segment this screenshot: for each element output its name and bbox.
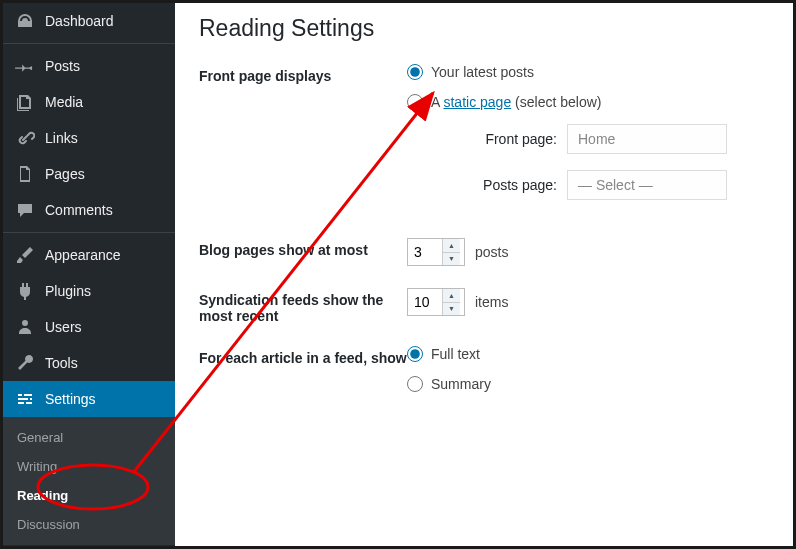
sidebar-label: Links: [45, 130, 78, 146]
radio-static-page[interactable]: A static page (select below): [407, 94, 769, 110]
sidebar-item-posts[interactable]: Posts: [3, 43, 175, 84]
page-title: Reading Settings: [199, 15, 769, 42]
radio-summary[interactable]: Summary: [407, 376, 769, 392]
front-page-select-row: Front page: Home: [467, 124, 769, 154]
sidebar-item-comments[interactable]: Comments: [3, 192, 175, 228]
syndication-label: Syndication feeds show the most recent: [199, 288, 407, 324]
blog-pages-input[interactable]: [408, 240, 442, 264]
sidebar-item-links[interactable]: Links: [3, 120, 175, 156]
sidebar-item-appearance[interactable]: Appearance: [3, 232, 175, 273]
spinner-down-icon[interactable]: ▼: [443, 253, 460, 266]
link-icon: [15, 128, 35, 148]
syndication-control: ▲ ▼ items: [407, 288, 769, 316]
sidebar-label: Pages: [45, 166, 85, 182]
static-page-link[interactable]: static page: [443, 94, 511, 110]
feed-article-options: Full text Summary: [407, 346, 769, 406]
radio-full-text-label: Full text: [431, 346, 480, 362]
submenu-item-writing[interactable]: Writing: [3, 452, 175, 481]
submenu-item-general[interactable]: General: [3, 423, 175, 452]
settings-submenu: General Writing Reading Discussion: [3, 417, 175, 545]
posts-page-select-row: Posts page: — Select —: [467, 170, 769, 200]
admin-frame: Dashboard Posts Media Links Pages Commen…: [0, 0, 796, 549]
posts-page-select-label: Posts page:: [467, 177, 557, 193]
admin-sidebar: Dashboard Posts Media Links Pages Commen…: [3, 3, 175, 546]
spinner-down-icon[interactable]: ▼: [443, 303, 460, 316]
blog-pages-control: ▲ ▼ posts: [407, 238, 769, 266]
front-page-select-value: Home: [578, 131, 615, 147]
sidebar-label: Users: [45, 319, 82, 335]
spinner-up-icon[interactable]: ▲: [443, 239, 460, 253]
comment-icon: [15, 200, 35, 220]
blog-pages-spinner: ▲ ▼: [442, 239, 460, 265]
sidebar-item-tools[interactable]: Tools: [3, 345, 175, 381]
settings-content: Reading Settings Front page displays You…: [175, 3, 793, 546]
radio-latest-posts-label: Your latest posts: [431, 64, 534, 80]
radio-summary-label: Summary: [431, 376, 491, 392]
sidebar-label: Media: [45, 94, 83, 110]
user-icon: [15, 317, 35, 337]
submenu-item-discussion[interactable]: Discussion: [3, 510, 175, 539]
sidebar-label: Posts: [45, 58, 80, 74]
page-icon: [15, 164, 35, 184]
sliders-icon: [15, 389, 35, 409]
row-syndication: Syndication feeds show the most recent ▲…: [199, 288, 769, 324]
radio-static-page-input[interactable]: [407, 94, 423, 110]
row-front-page-displays: Front page displays Your latest posts A …: [199, 64, 769, 216]
sidebar-label: Appearance: [45, 247, 121, 263]
posts-page-select[interactable]: — Select —: [567, 170, 727, 200]
syndication-unit: items: [475, 294, 508, 310]
sidebar-item-dashboard[interactable]: Dashboard: [3, 3, 175, 39]
syndication-input[interactable]: [408, 290, 442, 314]
submenu-item-reading[interactable]: Reading: [3, 481, 175, 510]
static-prefix: A: [431, 94, 443, 110]
front-page-label: Front page displays: [199, 64, 407, 84]
front-page-options: Your latest posts A static page (select …: [407, 64, 769, 216]
feed-article-label: For each article in a feed, show: [199, 346, 407, 366]
row-feed-article: For each article in a feed, show Full te…: [199, 346, 769, 406]
static-suffix: (select below): [511, 94, 601, 110]
posts-page-select-value: — Select —: [578, 177, 653, 193]
dashboard-icon: [15, 11, 35, 31]
row-blog-pages: Blog pages show at most ▲ ▼ posts: [199, 238, 769, 266]
radio-latest-posts-input[interactable]: [407, 64, 423, 80]
radio-full-text[interactable]: Full text: [407, 346, 769, 362]
plug-icon: [15, 281, 35, 301]
sidebar-item-plugins[interactable]: Plugins: [3, 273, 175, 309]
syndication-spinner: ▲ ▼: [442, 289, 460, 315]
sidebar-label: Dashboard: [45, 13, 114, 29]
blog-pages-number: ▲ ▼: [407, 238, 465, 266]
radio-latest-posts[interactable]: Your latest posts: [407, 64, 769, 80]
radio-full-text-input[interactable]: [407, 346, 423, 362]
pin-icon: [15, 56, 35, 76]
brush-icon: [15, 245, 35, 265]
sidebar-label: Comments: [45, 202, 113, 218]
syndication-number: ▲ ▼: [407, 288, 465, 316]
sidebar-label: Tools: [45, 355, 78, 371]
sidebar-item-media[interactable]: Media: [3, 84, 175, 120]
spinner-up-icon[interactable]: ▲: [443, 289, 460, 303]
sidebar-label: Plugins: [45, 283, 91, 299]
blog-pages-unit: posts: [475, 244, 508, 260]
radio-summary-input[interactable]: [407, 376, 423, 392]
media-icon: [15, 92, 35, 112]
sidebar-item-settings[interactable]: Settings: [3, 381, 175, 417]
front-page-select[interactable]: Home: [567, 124, 727, 154]
sidebar-item-pages[interactable]: Pages: [3, 156, 175, 192]
sidebar-label: Settings: [45, 391, 96, 407]
wrench-icon: [15, 353, 35, 373]
blog-pages-label: Blog pages show at most: [199, 238, 407, 258]
radio-static-page-label: A static page (select below): [431, 94, 601, 110]
sidebar-item-users[interactable]: Users: [3, 309, 175, 345]
front-page-select-label: Front page:: [467, 131, 557, 147]
